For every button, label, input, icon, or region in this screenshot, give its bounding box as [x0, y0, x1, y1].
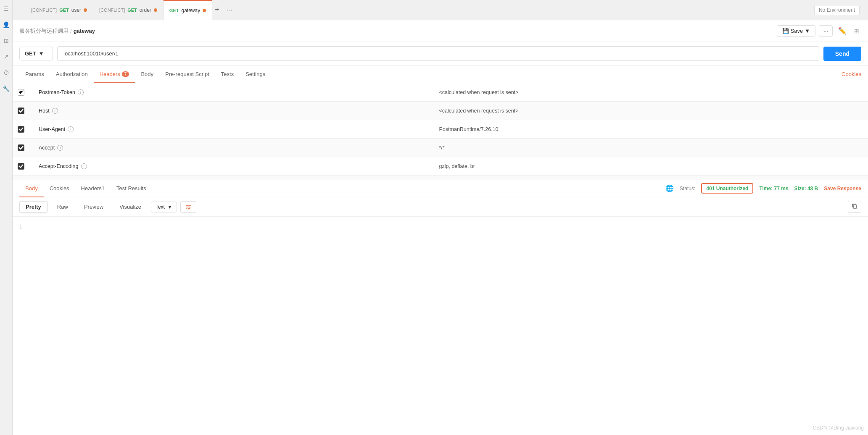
header-value-4: */*	[434, 145, 835, 151]
info-icon-3[interactable]: i	[68, 126, 74, 132]
format-type-select[interactable]: Text ▼	[151, 202, 177, 212]
sidebar-icon-6[interactable]: 🔧	[2, 84, 11, 93]
watermark: CSDN @Ding Jiaxiong	[813, 425, 864, 431]
cookies-link[interactable]: Cookies	[842, 71, 861, 77]
response-body: 1	[13, 217, 868, 435]
checkbox-3[interactable]	[18, 126, 24, 133]
table-row: Postman-Token i <calculated when request…	[13, 83, 868, 102]
checkbox-4[interactable]	[18, 144, 24, 151]
tab-order-dot	[154, 8, 157, 12]
info-icon-2[interactable]: i	[52, 108, 58, 114]
conflict-label-2: [CONFLICT]	[99, 8, 125, 13]
format-bar: Pretty Raw Preview Visualize Text ▼	[13, 197, 868, 217]
tab-user-name: user	[71, 7, 81, 13]
table-row: User-Agent i PostmanRuntime/7.26.10	[13, 120, 868, 139]
size-label: Size:	[794, 186, 806, 191]
header-key-4: Accept i	[34, 145, 434, 151]
tab-headers-label: Headers	[100, 71, 120, 77]
checkbox-1[interactable]	[18, 89, 24, 96]
add-tab-button[interactable]: +	[212, 5, 222, 14]
url-input[interactable]	[57, 46, 819, 61]
env-selector[interactable]: No Environment	[814, 5, 860, 15]
response-tab-test-results[interactable]: Test Results	[111, 180, 152, 197]
svg-rect-0	[853, 205, 857, 208]
header-checkbox-5[interactable]	[13, 163, 34, 170]
expand-icon[interactable]: ⊞	[852, 26, 861, 37]
tab-order-name: order	[140, 7, 151, 13]
checkbox-5[interactable]	[18, 163, 24, 170]
key-label-3: User-Agent	[39, 126, 65, 132]
status-label: Status:	[680, 186, 695, 191]
tab-user[interactable]: [CONFLICT] GET user	[25, 0, 93, 20]
checkbox-2[interactable]	[18, 107, 24, 114]
tab-order[interactable]: [CONFLICT] GET order	[93, 0, 164, 20]
table-row: Accept-Encoding i gzip, deflate, br	[13, 157, 868, 176]
header-bar: 服务拆分与远程调用 / gateway 💾 Save ▼ ··· ✏️ ⊞	[13, 20, 868, 42]
header-value-3: PostmanRuntime/7.26.10	[434, 126, 835, 132]
sidebar-icon-2[interactable]: 👤	[2, 20, 11, 29]
sidebar-icon-4[interactable]: ↗	[2, 52, 11, 61]
header-checkbox-2[interactable]	[13, 107, 34, 114]
save-button[interactable]: 💾 Save ▼	[777, 25, 816, 37]
format-visualize[interactable]: Visualize	[113, 201, 148, 212]
save-label: Save	[791, 28, 803, 34]
info-icon-1[interactable]: i	[78, 89, 84, 95]
header-checkbox-1[interactable]	[13, 89, 34, 96]
more-options-button[interactable]: ···	[819, 25, 833, 37]
edit-icon[interactable]: ✏️	[836, 25, 849, 37]
response-tab-cookies[interactable]: Cookies	[44, 180, 75, 197]
info-icon-5[interactable]: i	[81, 163, 87, 169]
conflict-label-1: [CONFLICT]	[31, 8, 57, 13]
response-tab-body[interactable]: Body	[19, 180, 44, 197]
format-preview[interactable]: Preview	[78, 201, 110, 212]
tab-body-label: Body	[141, 71, 153, 77]
tab-params[interactable]: Params	[19, 66, 50, 83]
sidebar-icon-5[interactable]: ⏱	[2, 68, 11, 77]
response-cookies-label: Cookies	[50, 185, 69, 191]
response-test-results-label: Test Results	[116, 185, 146, 191]
save-dropdown-icon[interactable]: ▼	[805, 28, 810, 34]
response-tabs-bar: Body Cookies Headers 1 Test Results 🌐 St…	[13, 180, 868, 197]
format-raw[interactable]: Raw	[51, 201, 74, 212]
header-key-5: Accept-Encoding i	[34, 163, 434, 169]
send-button[interactable]: Send	[823, 47, 861, 61]
wrap-icon	[185, 204, 192, 210]
copy-button[interactable]	[848, 201, 861, 213]
tab-gateway[interactable]: GET gateway	[164, 0, 212, 20]
header-value-1: <calculated when request is sent>	[434, 89, 835, 95]
tab-gateway-dot	[203, 9, 206, 12]
format-type-value: Text	[156, 204, 165, 210]
format-pretty[interactable]: Pretty	[19, 201, 47, 212]
request-tabs: Params Authorization Headers 7 Body Pre-…	[13, 66, 868, 83]
method-select[interactable]: GET ▼	[19, 47, 53, 60]
format-type-dropdown: ▼	[167, 204, 172, 210]
header-checkbox-3[interactable]	[13, 126, 34, 133]
sidebar-icon-3[interactable]: ⊞	[2, 36, 11, 45]
sidebar-icon-1[interactable]: ☰	[2, 4, 11, 13]
save-response-button[interactable]: Save Response	[824, 186, 861, 191]
tab-body[interactable]: Body	[135, 66, 159, 83]
method-dropdown-icon: ▼	[39, 50, 44, 57]
url-bar: GET ▼ Send	[13, 42, 868, 66]
response-headers-label: Headers	[81, 185, 102, 191]
globe-icon[interactable]: 🌐	[665, 184, 674, 192]
size-display: Size: 48 B	[794, 186, 818, 191]
wrap-button[interactable]	[180, 201, 196, 213]
tab-tests[interactable]: Tests	[215, 66, 240, 83]
header-key-3: User-Agent i	[34, 126, 434, 132]
time-value: 77 ms	[774, 186, 789, 191]
info-icon-4[interactable]: i	[57, 145, 63, 151]
tab-pre-request[interactable]: Pre-request Script	[159, 66, 215, 83]
header-key-2: Host i	[34, 108, 434, 114]
tab-headers[interactable]: Headers 7	[94, 66, 135, 83]
status-value: 401 Unauthorized	[706, 186, 748, 191]
tab-gateway-name: gateway	[181, 8, 200, 13]
tab-settings[interactable]: Settings	[240, 66, 271, 83]
status-badge: 401 Unauthorized	[701, 183, 753, 194]
header-value-2: <calculated when request is sent>	[434, 108, 835, 114]
response-tab-headers[interactable]: Headers 1	[75, 180, 111, 197]
time-display: Time: 77 ms	[759, 186, 788, 191]
header-checkbox-4[interactable]	[13, 144, 34, 151]
tab-more-button[interactable]: ···	[222, 6, 237, 14]
tab-authorization[interactable]: Authorization	[50, 66, 94, 83]
